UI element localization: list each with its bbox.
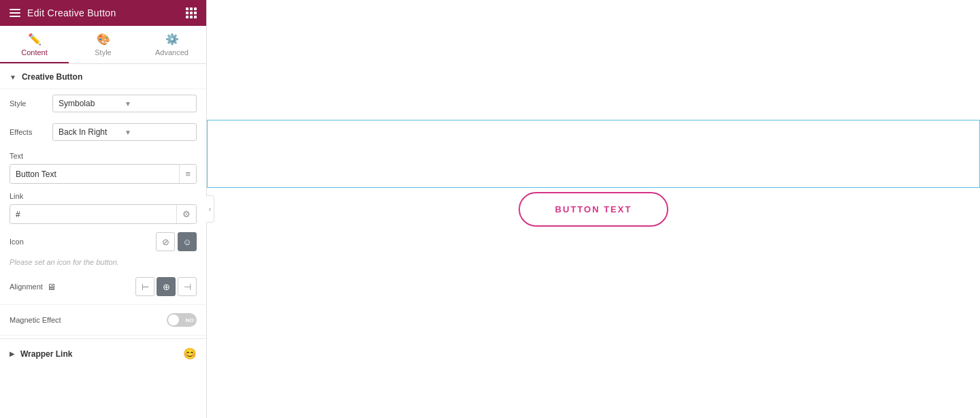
tab-style[interactable]: 🎨 Style <box>69 26 137 63</box>
effects-select[interactable]: Back In Right ▼ <box>52 123 197 141</box>
magnetic-effect-toggle[interactable]: NO <box>167 313 197 327</box>
effects-control: Back In Right ▼ <box>52 123 197 141</box>
hamburger-icon[interactable] <box>10 9 20 17</box>
style-select[interactable]: Symbolab ▼ <box>52 95 197 112</box>
link-settings-icon[interactable]: ⚙ <box>176 205 196 223</box>
monitor-icon: 🖥 <box>47 282 56 292</box>
text-input-row: ≡ <box>10 164 197 184</box>
icon-buttons: ⊘ ☺ <box>156 232 197 251</box>
tab-content[interactable]: ✏️ Content <box>0 26 69 63</box>
tab-style-label: Style <box>95 48 111 57</box>
tab-advanced-label: Advanced <box>155 48 189 57</box>
tab-advanced[interactable]: ⚙️ Advanced <box>137 26 206 63</box>
selection-box <box>207 120 980 188</box>
left-panel: Edit Creative Button ✏️ Content 🎨 Style … <box>0 0 207 418</box>
link-input-row: ⚙ <box>10 204 197 224</box>
style-select-arrow: ▼ <box>125 100 191 108</box>
style-label: Style <box>10 99 47 108</box>
align-left-button[interactable]: ⊢ <box>135 277 154 296</box>
wrapper-link-label: Wrapper Link <box>20 349 183 359</box>
panel-title: Edit Creative Button <box>27 7 116 18</box>
style-control: Symbolab ▼ <box>52 95 197 112</box>
align-right-button[interactable]: ⊣ <box>178 277 197 296</box>
creative-button-section-title: Creative Button <box>22 72 82 82</box>
preview-creative-button[interactable]: BUTTON TEXT <box>519 192 669 227</box>
effects-row: Effects Back In Right ▼ <box>0 118 206 146</box>
icon-hint: Please set an icon for the button. <box>0 257 206 272</box>
link-input[interactable] <box>10 206 176 223</box>
align-center-button[interactable]: ⊕ <box>157 277 176 296</box>
chevron-down-icon: ▼ <box>10 74 16 81</box>
icon-row: Icon ⊘ ☺ <box>0 227 206 257</box>
creative-button-section-header[interactable]: ▼ Creative Button <box>0 64 206 89</box>
text-input-menu-icon[interactable]: ≡ <box>179 165 196 183</box>
text-label: Text <box>10 152 197 160</box>
tab-content-label: Content <box>21 48 48 57</box>
icon-remove-button[interactable]: ⊘ <box>156 232 175 251</box>
collapse-panel-button[interactable]: ‹ <box>206 195 214 223</box>
toggle-knob <box>168 315 179 325</box>
advanced-icon: ⚙️ <box>165 33 179 46</box>
effects-select-arrow: ▼ <box>125 129 191 136</box>
magnetic-effect-label: Magnetic Effect <box>10 316 167 324</box>
alignment-label: Alignment 🖥 <box>10 282 135 292</box>
style-row: Style Symbolab ▼ <box>0 89 206 118</box>
icon-add-button[interactable]: ☺ <box>178 232 197 251</box>
text-input[interactable] <box>10 165 179 183</box>
canvas-area: BUTTON TEXT <box>207 0 980 418</box>
alignment-buttons: ⊢ ⊕ ⊣ <box>135 277 197 296</box>
panel-header: Edit Creative Button <box>0 0 206 26</box>
effects-select-value: Back In Right <box>59 127 125 137</box>
wrapper-link-icon: 😊 <box>183 347 197 360</box>
panel-content: ▼ Creative Button Style Symbolab ▼ Effec… <box>0 64 206 418</box>
alignment-row: Alignment 🖥 ⊢ ⊕ ⊣ <box>0 272 206 302</box>
panel-tabs: ✏️ Content 🎨 Style ⚙️ Advanced <box>0 26 206 64</box>
text-section: Text ≡ <box>0 146 206 187</box>
toggle-text: NO <box>185 317 194 323</box>
effects-label: Effects <box>10 128 47 136</box>
wrapper-chevron-right-icon: ▶ <box>10 350 15 357</box>
magnetic-effect-row: Magnetic Effect NO <box>0 308 206 332</box>
wrapper-link-section[interactable]: ▶ Wrapper Link 😊 <box>0 338 206 368</box>
link-label: Link <box>10 192 197 200</box>
divider-2 <box>0 335 206 336</box>
main-area: BUTTON TEXT <box>207 0 980 418</box>
grid-icon[interactable] <box>186 7 197 18</box>
content-icon: ✏️ <box>28 33 42 46</box>
style-icon: 🎨 <box>97 33 110 46</box>
icon-label: Icon <box>10 238 156 246</box>
style-select-value: Symbolab <box>59 99 125 108</box>
divider <box>0 304 206 305</box>
link-section: Link ⚙ <box>0 187 206 227</box>
header-left: Edit Creative Button <box>10 7 116 18</box>
